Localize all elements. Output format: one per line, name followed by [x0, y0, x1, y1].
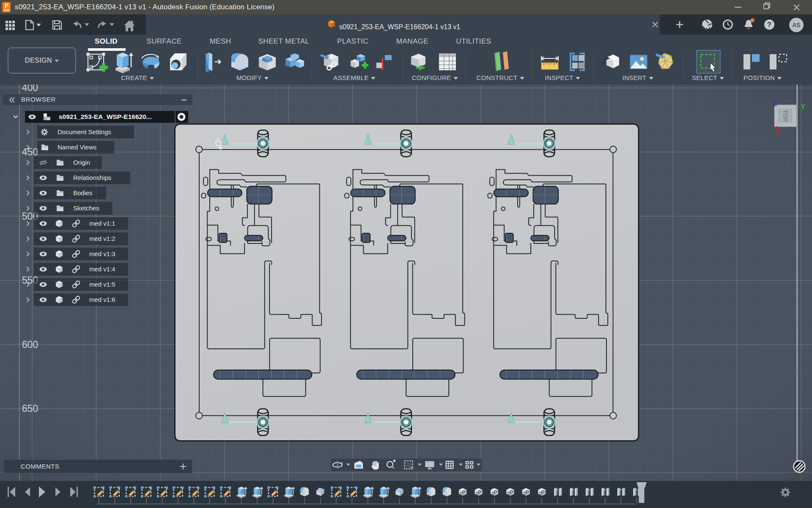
svg-text:Z: Z: [773, 99, 777, 108]
svg-text:med v1:5: med v1:5: [89, 281, 115, 288]
svg-text:X: X: [775, 127, 780, 135]
svg-text:TOP: TOP: [782, 110, 789, 122]
svg-text:600: 600: [22, 339, 38, 350]
svg-text:F: F: [5, 3, 8, 9]
svg-text:Sketches: Sketches: [73, 204, 99, 212]
svg-text:s0921_253-EA_WSP-E166204-1 v13: s0921_253-EA_WSP-E166204-1 v13 v1: [339, 23, 461, 31]
svg-text:FUS: FUS: [4, 9, 9, 11]
svg-text:Named Views: Named Views: [58, 144, 96, 151]
svg-text:Y: Y: [801, 103, 806, 111]
svg-text:med v1:6: med v1:6: [89, 296, 115, 303]
svg-text:AS: AS: [793, 22, 801, 28]
svg-text:med v1:4: med v1:4: [89, 265, 115, 273]
svg-text:s0921_253-EA_WSP-E16620...: s0921_253-EA_WSP-E16620...: [59, 113, 152, 120]
svg-text:Origin: Origin: [73, 159, 90, 166]
svg-text:Bodies: Bodies: [73, 189, 93, 196]
svg-text:med v1:1: med v1:1: [89, 220, 115, 227]
svg-text:Document Settings: Document Settings: [58, 128, 111, 135]
svg-text:650: 650: [22, 403, 38, 414]
svg-text:med v1:2: med v1:2: [89, 235, 115, 242]
svg-text:med v1:3: med v1:3: [89, 250, 115, 257]
svg-text:Relationships: Relationships: [73, 174, 111, 181]
svg-text:?: ?: [767, 21, 771, 28]
